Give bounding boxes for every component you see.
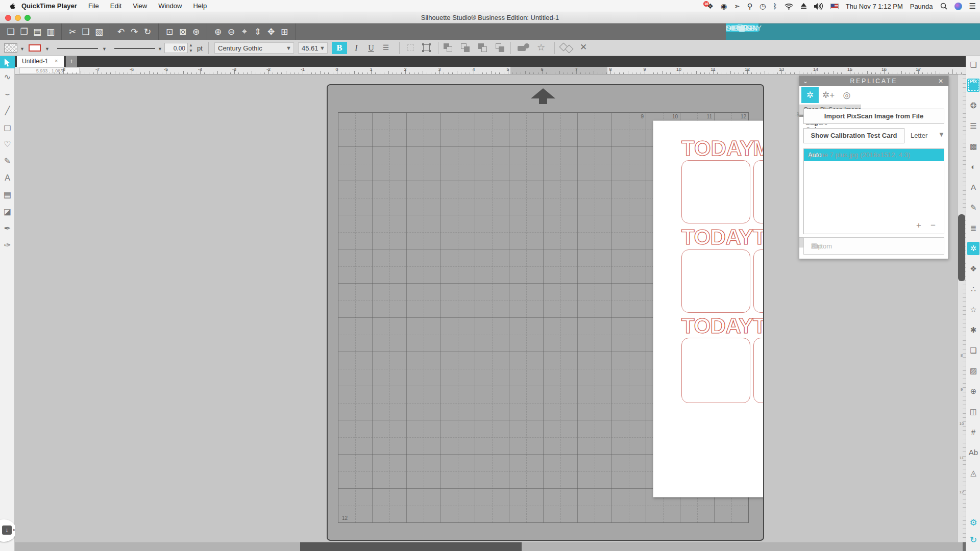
print-icon[interactable]: ▥ xyxy=(44,27,57,37)
fit-to-page-icon[interactable]: ⊞ xyxy=(278,27,291,37)
line-weight-input[interactable]: 0.00 xyxy=(164,43,188,53)
ungroup-icon[interactable]: ✕ xyxy=(580,42,587,53)
open-file-icon[interactable]: ❐ xyxy=(17,27,31,37)
redo-icon[interactable]: ↷ xyxy=(128,27,141,37)
fill-pattern-icon[interactable]: ▩ xyxy=(967,140,979,153)
horizontal-scrollbar-thumb[interactable] xyxy=(300,542,522,551)
knife-tool[interactable]: ✒ xyxy=(0,220,15,237)
zoom-selection-icon[interactable]: ⌖ xyxy=(238,27,251,37)
text-style-icon[interactable]: A xyxy=(967,181,979,194)
nesting-icon[interactable]: ◬ xyxy=(967,466,979,480)
vertical-scrollbar-thumb[interactable] xyxy=(958,214,965,281)
eraser-tool[interactable]: ◪ xyxy=(0,203,15,220)
underline-button[interactable]: U xyxy=(364,42,378,54)
menu-app-name[interactable]: QuickTime Player xyxy=(21,2,77,10)
puzzle-icon[interactable]: ✱ xyxy=(967,323,979,337)
line-style-dropdown-arrow[interactable]: ▼ xyxy=(102,46,107,52)
italic-button[interactable]: I xyxy=(350,42,363,54)
eyedropper-tool[interactable]: ✑ xyxy=(0,237,15,254)
font-family-dropdown-arrow[interactable]: ▼ xyxy=(286,45,291,51)
panel-collapse-icon[interactable]: ⌄ xyxy=(803,76,810,86)
drag-zoom-icon[interactable]: ⇕ xyxy=(251,27,264,37)
line-weight-stepper[interactable]: ▲▼ xyxy=(189,42,193,54)
deselect-icon[interactable]: ⊠ xyxy=(176,27,189,37)
list-remove-button[interactable]: − xyxy=(930,220,936,231)
user-status-icon[interactable]: ⚲ xyxy=(747,0,752,12)
menu-window[interactable]: Window xyxy=(158,2,182,10)
list-add-button[interactable]: + xyxy=(916,220,921,231)
cut-rectangle[interactable] xyxy=(681,338,750,403)
new-document-tab-button[interactable]: + xyxy=(66,56,77,67)
zoom-out-icon[interactable]: ⊖ xyxy=(225,27,238,37)
paste-icon[interactable]: ▧ xyxy=(92,27,106,37)
pixscan-list-item[interactable]: iphone 7 plus.jpg (2016x1512, 4:3) xyxy=(804,149,944,161)
fill-color-swatch[interactable] xyxy=(4,43,17,53)
siri-icon[interactable] xyxy=(954,3,962,10)
draw-tool[interactable]: ✎ xyxy=(0,153,15,169)
bring-forward-icon[interactable] xyxy=(443,43,454,53)
pixscan-icon[interactable]: Pix xyxy=(967,79,979,92)
bold-button[interactable]: B xyxy=(332,42,347,54)
pan-icon[interactable]: ✥ xyxy=(264,27,278,37)
bluetooth-icon[interactable]: ᛒ xyxy=(773,0,777,12)
group-icon[interactable] xyxy=(560,43,575,53)
page-setup-icon[interactable]: ❏ xyxy=(967,58,979,71)
line-color-swatch[interactable] xyxy=(29,44,41,52)
favorite-style-icon[interactable]: ☆ xyxy=(537,42,545,53)
line-style-icon[interactable]: ☰ xyxy=(967,119,979,133)
menu-help[interactable]: Help xyxy=(193,2,207,10)
fill-dropdown-arrow[interactable]: ▼ xyxy=(20,46,24,52)
input-language-flag-icon[interactable] xyxy=(830,4,839,9)
paste-in-front-icon[interactable]: ⊡ xyxy=(163,27,176,37)
scale-handles-on-icon[interactable] xyxy=(422,43,433,53)
show-calibration-button[interactable]: Show Calibration Test Card xyxy=(803,128,904,143)
send-backward-icon[interactable] xyxy=(460,43,472,53)
font-size-select[interactable]: 45.61 ▼ xyxy=(298,42,328,54)
menu-file[interactable]: File xyxy=(88,2,99,10)
menubar-clock[interactable]: Thu Nov 7 1:12 PM xyxy=(846,3,903,10)
paper-size-select[interactable]: Letter xyxy=(911,132,927,139)
time-machine-icon[interactable]: ◷ xyxy=(760,0,766,12)
remote-app-icon[interactable]: ➣ xyxy=(734,0,740,12)
zoom-in-icon[interactable]: ⊕ xyxy=(211,27,225,37)
font-family-select[interactable]: Century Gothic ▼ xyxy=(214,42,294,54)
import-pixscan-button[interactable]: Import PixScan Image from File xyxy=(803,109,944,124)
new-file-icon[interactable]: ❏ xyxy=(4,27,17,37)
menubar-user[interactable]: Paunda xyxy=(910,3,933,10)
horizontal-scrollbar[interactable] xyxy=(15,542,963,551)
sticker-tool[interactable]: ▤ xyxy=(0,186,15,203)
cut-text-header[interactable]: TODAY xyxy=(681,136,750,161)
save-icon[interactable]: ▤ xyxy=(31,27,44,37)
cut-text-header[interactable]: TODAYTODAYTODAY xyxy=(681,314,764,338)
shadow-icon[interactable]: ◐ xyxy=(967,160,979,173)
line-tool[interactable]: ╱ xyxy=(0,102,15,119)
notification-center-icon[interactable]: ☰ xyxy=(969,0,976,12)
cut-rectangle[interactable] xyxy=(753,249,764,313)
lasso-select-tool[interactable]: ∿ xyxy=(0,68,15,85)
line-color-dropdown-arrow[interactable]: ▼ xyxy=(45,46,50,52)
menu-edit[interactable]: Edit xyxy=(110,2,121,10)
cut-rectangle[interactable] xyxy=(753,338,764,403)
text-tool[interactable]: A xyxy=(0,169,15,186)
document-tab-close-icon[interactable]: × xyxy=(55,58,58,64)
select-by-color-icon[interactable]: ⊛ xyxy=(189,27,203,37)
cut-text-header[interactable]: MONTH xyxy=(753,136,764,161)
radial-copies-tab[interactable]: ◎ xyxy=(838,87,855,103)
send-to-back-icon[interactable] xyxy=(495,43,506,53)
copy-icon[interactable]: ❑ xyxy=(79,27,92,37)
refresh-theme-icon[interactable]: ↻ xyxy=(967,534,979,547)
paper-size-dropdown-arrow[interactable]: ▼ xyxy=(938,131,945,138)
scatter-icon[interactable]: ∴ xyxy=(967,283,979,296)
replicate-advanced-tab[interactable]: ✲+ xyxy=(820,87,837,103)
rectangle-tool[interactable]: ▢ xyxy=(0,119,15,136)
remove-bottom-button[interactable]: ⊠Bottom xyxy=(811,242,854,250)
volume-icon[interactable] xyxy=(814,3,823,10)
character-spacing-icon[interactable]: Ab xyxy=(967,446,979,459)
cut-text-header[interactable]: TODAYTODAYTODAY xyxy=(681,225,764,249)
revert-icon[interactable]: ↻ xyxy=(141,27,154,37)
justify-button[interactable]: ☰ xyxy=(379,42,393,54)
weld-icon[interactable] xyxy=(518,43,533,53)
spotlight-search-icon[interactable] xyxy=(940,3,947,10)
sketch-icon[interactable]: ✎ xyxy=(967,201,979,214)
hatch-fill-icon[interactable]: ▨ xyxy=(967,364,979,378)
